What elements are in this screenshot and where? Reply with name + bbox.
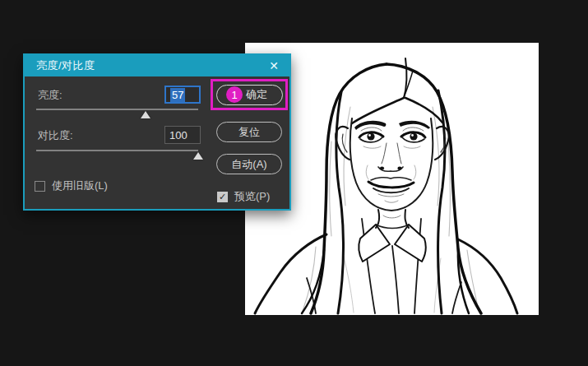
brightness-input[interactable]: 57 xyxy=(164,86,201,104)
step-number-badge: 1 xyxy=(226,86,243,103)
brightness-slider-thumb[interactable] xyxy=(141,111,150,118)
preview-row: ✓ 预览(P) xyxy=(217,189,270,204)
contrast-label: 对比度: xyxy=(38,128,73,143)
preview-checkbox[interactable]: ✓ xyxy=(217,192,228,202)
preview-label: 预览(P) xyxy=(234,189,270,204)
brightness-slider[interactable] xyxy=(36,107,198,118)
dialog-titlebar[interactable]: 亮度/对比度 ✕ xyxy=(25,55,289,76)
contrast-value: 100 xyxy=(169,129,188,141)
auto-button-label: 自动(A) xyxy=(231,157,266,172)
auto-button[interactable]: 自动(A) xyxy=(216,154,282,174)
contrast-slider-track[interactable] xyxy=(36,150,198,151)
ok-button-label: 确定 xyxy=(246,87,267,102)
ok-button[interactable]: 1 确定 xyxy=(216,85,283,105)
use-legacy-checkbox[interactable] xyxy=(35,181,45,192)
brightness-value: 57 xyxy=(170,88,185,102)
contrast-input[interactable]: 100 xyxy=(164,126,201,144)
brightness-slider-track[interactable] xyxy=(36,109,198,110)
brightness-contrast-dialog: 亮度/对比度 ✕ 亮度: 57 对比度: 100 使用旧版(L) 1 xyxy=(23,53,291,211)
brightness-label: 亮度: xyxy=(38,88,63,103)
contrast-slider[interactable] xyxy=(36,148,198,160)
step-annotation-rect: 1 确定 xyxy=(211,79,288,110)
reset-button-label: 复位 xyxy=(238,125,260,140)
reset-button[interactable]: 复位 xyxy=(216,122,282,142)
use-legacy-label: 使用旧版(L) xyxy=(52,178,108,193)
dialog-title: 亮度/对比度 xyxy=(36,58,95,73)
dialog-body: 亮度: 57 对比度: 100 使用旧版(L) 1 确定 xyxy=(25,76,289,209)
close-icon[interactable]: ✕ xyxy=(266,58,281,73)
contrast-slider-thumb[interactable] xyxy=(193,152,203,160)
use-legacy-row: 使用旧版(L) xyxy=(35,178,108,193)
